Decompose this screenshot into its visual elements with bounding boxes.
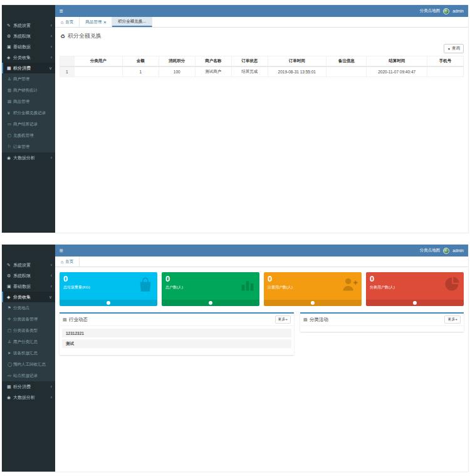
sidebar-item-label: 系统设置 xyxy=(13,262,31,268)
chevron-left-icon: ‹ xyxy=(51,263,52,267)
news-list-item[interactable]: 测试 xyxy=(62,339,291,348)
panel-header: ▤ 行业动态 更多+ xyxy=(60,314,294,326)
form-icon: ▣ xyxy=(7,45,13,50)
hamburger-icon[interactable]: ≡ xyxy=(60,8,63,14)
cell-amount: 1 xyxy=(122,66,159,77)
username[interactable]: admin xyxy=(452,248,464,253)
submenu-item-manual-recycle-summary[interactable]: ◯ 预约人工回收汇总 xyxy=(2,359,55,370)
submenu-item-order-management[interactable]: ⚐ 订单管理 xyxy=(2,141,55,152)
username[interactable]: admin xyxy=(452,9,464,13)
submenu-item-product-management[interactable]: ▤ 商品管理 xyxy=(2,96,55,107)
card-more-link[interactable] xyxy=(60,300,157,306)
cell-merchant: 测试商户 xyxy=(195,66,231,77)
card-more-link[interactable] xyxy=(264,300,362,306)
submenu-item-user-category-summary[interactable]: ♙ 用户分类汇总 xyxy=(2,336,55,347)
card-more-link[interactable] xyxy=(162,300,259,306)
sidebar-item-label: 基础数据 xyxy=(13,44,31,50)
pencil-icon: ✎ xyxy=(7,263,13,268)
submenu-item-points-redemption-records[interactable]: ¥ 积分全额兑换记录 xyxy=(2,107,55,119)
monitor-icon: ◉ xyxy=(7,156,13,161)
redemption-table: 分类用户 金额 消耗积分 商户名称 订单状态 订单时间 备注信息 结算时间 手机… xyxy=(60,56,464,77)
clock-icon: ◯ xyxy=(8,362,13,367)
sidebar-item-points-consumption[interactable]: ▦ 积分消费 ∨ xyxy=(2,63,55,73)
submenu-item-label: 分类地点 xyxy=(13,305,29,311)
sidebar-item-big-data-analysis[interactable]: ◉ 大数据分析 ‹ xyxy=(2,152,55,163)
submenu-item-site-drop-records[interactable]: ▭ 站点投放记录 xyxy=(2,370,55,381)
points-consumption-submenu: ♙ 商户管理 ▥ 商户销售统计 ▤ 商品管理 ¥ 积分全额兑换记录 ▭ 商户结算… xyxy=(2,73,55,152)
submenu-item-exchange-machine-management[interactable]: ▢ 兑换机管理 xyxy=(2,130,55,141)
sidebar-item-label: 系统设置 xyxy=(13,23,31,29)
hamburger-icon[interactable]: ≡ xyxy=(60,248,63,254)
top-navbar: ≡ 分类点地图 admin xyxy=(55,5,468,17)
tab-bar: ⌂ 首页 xyxy=(55,257,468,267)
sidebar-item-basic-data[interactable]: ▣ 基础数据 ‹ xyxy=(2,281,55,292)
tab-points-redemption[interactable]: 积分全额兑换... xyxy=(112,17,152,27)
tab-bar: ⌂ 首页 商品管理 × 积分全额兑换... xyxy=(55,17,468,28)
sidebar-item-label: 大数据分析 xyxy=(13,394,35,401)
chevron-left-icon: ‹ xyxy=(51,156,52,160)
sidebar-item-big-data-analysis[interactable]: ◉ 大数据分析 ‹ xyxy=(2,392,55,403)
submenu-item-merchant-sales-stats[interactable]: ▥ 商户销售统计 xyxy=(2,85,55,96)
gear-icon: ⚙ xyxy=(7,34,13,39)
col-header: 分类用户 xyxy=(74,56,122,67)
more-button[interactable]: 更多+ xyxy=(275,315,291,324)
submenu-item-label: 设备投放汇总 xyxy=(13,351,38,356)
submenu-item-label: 预约人工回收汇总 xyxy=(13,362,46,368)
sidebar-item-label: 系统权限 xyxy=(13,273,31,279)
record-icon: ▭ xyxy=(8,122,13,127)
sidebar-item-points-consumption[interactable]: ▦ 积分消费 ‹ xyxy=(2,381,55,392)
sidebar-item-label: 积分消费 xyxy=(13,384,31,390)
chevron-left-icon: ‹ xyxy=(51,384,52,389)
sidebar-item-basic-data[interactable]: ▣ 基础数据 ‹ xyxy=(2,41,55,52)
cell-status: 结算完成 xyxy=(231,66,268,77)
tab-home[interactable]: ⌂ 首页 xyxy=(55,257,80,267)
top-navbar: ≡ 分类点地图 admin xyxy=(55,245,468,257)
tab-product-management[interactable]: 商品管理 × xyxy=(80,17,112,27)
submenu-item-label: 分类设备类型 xyxy=(13,328,38,334)
circle-icon xyxy=(107,301,110,305)
table-row[interactable]: 1 1 100 测试商户 结算完成 2019-08-31 13:55:01 20… xyxy=(60,66,464,77)
sidebar-item-system-permissions[interactable]: ⚙ 系统权限 ‹ xyxy=(2,270,55,281)
map-link[interactable]: 分类点地图 xyxy=(420,8,441,14)
panel-title: 分类活动 xyxy=(310,317,328,323)
submenu-item-device-management[interactable]: ✛ 分类设备管理 xyxy=(2,314,55,325)
main-area: ≡ 分类点地图 admin ⌂ 首页 0 总垃圾重量(KG) xyxy=(55,245,468,472)
more-button[interactable]: 更多+ xyxy=(444,315,461,324)
news-list-item[interactable]: 12312321 xyxy=(62,329,291,337)
submenu-item-label: 商品管理 xyxy=(13,99,29,105)
sidebar-item-category-collection[interactable]: ◈ 分类收集 ∨ xyxy=(2,292,55,302)
submenu-item-category-locations[interactable]: ⚑ 分类地点 xyxy=(2,302,55,314)
sidebar-item-system-settings[interactable]: ✎ 系统设置 ‹ xyxy=(2,20,55,31)
submenu-item-merchant-settlement-records[interactable]: ▭ 商户结算记录 xyxy=(2,119,55,130)
sidebar-item-label: 大数据分析 xyxy=(13,155,35,161)
home-icon: ⌂ xyxy=(61,260,63,264)
card-more-link[interactable] xyxy=(366,300,464,306)
content-area: ♻ 积分全额兑换 ▼ 查询 分类用户 xyxy=(55,28,468,233)
form-icon: ▣ xyxy=(7,284,13,289)
avatar[interactable] xyxy=(443,8,449,14)
rownum-header xyxy=(60,56,75,67)
query-button-label: 查询 xyxy=(452,46,460,51)
sidebar-item-system-settings[interactable]: ✎ 系统设置 ‹ xyxy=(2,260,55,270)
chevron-left-icon: ‹ xyxy=(51,273,52,278)
submenu-item-device-drop-summary[interactable]: ➤ 设备投放汇总 xyxy=(2,347,55,359)
sidebar-item-system-permissions[interactable]: ⚙ 系统权限 ‹ xyxy=(2,31,55,41)
panel-title: 行业动态 xyxy=(69,317,88,323)
submenu-item-device-types[interactable]: ▢ 分类设备类型 xyxy=(2,325,55,336)
cell-points: 100 xyxy=(159,66,195,77)
sidebar-item-category-collection[interactable]: ◈ 分类收集 ‹ xyxy=(2,52,55,63)
close-icon[interactable]: × xyxy=(103,20,106,24)
col-header: 订单状态 xyxy=(231,56,268,67)
chevron-left-icon: ‹ xyxy=(51,395,52,399)
query-button[interactable]: ▼ 查询 xyxy=(444,44,464,53)
collect-icon: ◈ xyxy=(7,295,13,300)
avatar[interactable] xyxy=(443,248,449,254)
machine-icon: ▢ xyxy=(8,133,13,138)
tab-home[interactable]: ⌂ 首页 xyxy=(55,17,80,27)
category-collection-submenu: ⚑ 分类地点 ✛ 分类设备管理 ▢ 分类设备类型 ♙ 用户分类汇总 ➤ 设备投放… xyxy=(2,302,55,381)
map-link[interactable]: 分类点地图 xyxy=(420,248,441,253)
tab-label: 商品管理 xyxy=(85,19,102,25)
chevron-left-icon: ‹ xyxy=(51,284,52,288)
box-icon: ▢ xyxy=(8,328,13,333)
submenu-item-merchant-management[interactable]: ♙ 商户管理 xyxy=(2,73,55,85)
